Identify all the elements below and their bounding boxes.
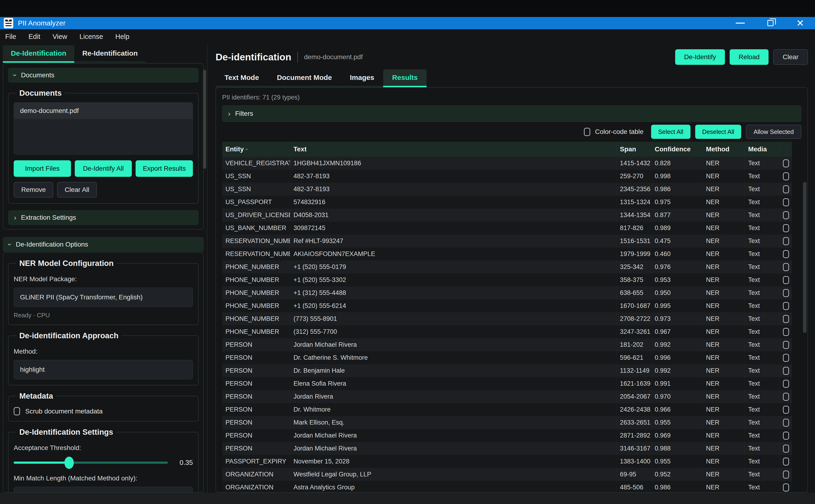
table-row[interactable]: PHONE_NUMBER(312) 555-77003247-32610.967… xyxy=(222,325,792,338)
table-row[interactable]: PERSONDr. Benjamin Hale1132-11490.992NER… xyxy=(222,364,792,377)
select-all-button[interactable]: Select All xyxy=(651,125,691,139)
row-checkbox[interactable] xyxy=(783,419,789,427)
tab-document-mode[interactable]: Document Mode xyxy=(268,69,341,87)
table-row[interactable]: US_DRIVER_LICENSED4058-20311344-13540.87… xyxy=(222,209,792,222)
sidebar-tab-de-identification[interactable]: De-Identification xyxy=(3,45,74,63)
table-row[interactable]: PERSONMark Ellison, Esq.2633-26510.955NE… xyxy=(222,416,792,429)
filters-header[interactable]: › Filters xyxy=(222,105,801,122)
minimize-icon[interactable] xyxy=(736,23,745,24)
row-checkbox[interactable] xyxy=(783,483,789,492)
clear-button[interactable]: Clear xyxy=(773,49,808,65)
menu-item-edit[interactable]: Edit xyxy=(29,33,40,41)
table-row[interactable]: PASSPORT_EXPIRYNovember 15, 20281383-140… xyxy=(222,455,792,468)
extraction-settings-header[interactable]: › Extraction Settings xyxy=(8,210,198,225)
row-checkbox[interactable] xyxy=(783,406,789,414)
restore-icon[interactable] xyxy=(767,20,774,26)
row-checkbox[interactable] xyxy=(783,471,789,479)
ner-model-select[interactable]: GLiNER PII (SpaCy Transformer, English) xyxy=(14,288,193,307)
export-results-button[interactable]: Export Results xyxy=(136,160,193,177)
row-checkbox[interactable] xyxy=(783,302,789,310)
sidebar-scrollbar[interactable] xyxy=(203,70,206,169)
row-checkbox[interactable] xyxy=(783,432,789,440)
row-checkbox[interactable] xyxy=(783,224,789,232)
row-checkbox[interactable] xyxy=(783,328,789,336)
table-row[interactable]: PERSONElena Sofia Rivera1621-16390.991NE… xyxy=(222,377,792,390)
column-header-confidence[interactable]: Confidence xyxy=(651,142,702,157)
column-header-entity[interactable]: Entity› xyxy=(222,142,290,157)
menu-item-license[interactable]: License xyxy=(79,33,103,41)
reload-button[interactable]: Reload xyxy=(730,49,769,65)
table-row[interactable]: PERSONDr. Catherine S. Whitmore596-6210.… xyxy=(222,351,792,364)
row-checkbox[interactable] xyxy=(783,315,789,323)
sort-chevron-icon: › xyxy=(244,149,250,150)
row-checkbox[interactable] xyxy=(783,185,789,193)
table-row[interactable]: PHONE_NUMBER(773) 555-89012708-27220.973… xyxy=(222,312,792,325)
table-row[interactable]: PERSONDr. Whitmore2426-24380.966NERText xyxy=(222,403,792,416)
row-checkbox[interactable] xyxy=(783,367,789,375)
deselect-all-button[interactable]: Deselect All xyxy=(695,125,741,139)
de-identify-all-button[interactable]: De-Identify All xyxy=(75,160,132,177)
row-checkbox[interactable] xyxy=(783,380,789,388)
threshold-slider[interactable] xyxy=(14,462,168,464)
column-header-media[interactable]: Media xyxy=(745,142,780,157)
row-checkbox[interactable] xyxy=(783,354,789,362)
table-scrollbar[interactable] xyxy=(803,182,807,333)
import-files-button[interactable]: Import Files xyxy=(14,160,71,177)
column-header-text[interactable]: Text xyxy=(290,142,617,157)
column-header-span[interactable]: Span xyxy=(617,142,651,157)
document-list-item[interactable]: demo-document.pdf xyxy=(14,103,193,119)
row-checkbox[interactable] xyxy=(783,250,789,258)
table-row[interactable]: ORGANIZATIONAstra Analytics Group485-506… xyxy=(222,481,792,492)
table-row[interactable]: PERSONJordan Michael Rivera2871-28920.96… xyxy=(222,429,792,442)
documents-collapse-header[interactable]: › Documents xyxy=(8,68,198,83)
row-checkbox[interactable] xyxy=(783,458,789,466)
colorcode-checkbox[interactable] xyxy=(584,128,590,136)
deid-options-header[interactable]: › De-Identification Options xyxy=(3,237,204,252)
close-icon[interactable]: ✕ xyxy=(796,18,804,28)
menu-item-view[interactable]: View xyxy=(53,33,67,41)
table-row[interactable]: US_BANK_NUMBER309872145817-8260.989NERTe… xyxy=(222,222,792,235)
de-identify-button[interactable]: De-Identify xyxy=(675,49,725,65)
menu-item-file[interactable]: File xyxy=(5,33,16,41)
remove-button[interactable]: Remove xyxy=(14,182,53,198)
row-checkbox[interactable] xyxy=(783,263,789,271)
column-header-method[interactable]: Method xyxy=(703,142,745,157)
table-row[interactable]: RESERVATION_NUMBERRef #HLT-9932471516-15… xyxy=(222,235,792,248)
row-checkbox[interactable] xyxy=(783,341,789,349)
min-match-input[interactable]: 3 xyxy=(14,487,193,493)
table-row[interactable]: PERSONJordan Michael Rivera181-2020.992N… xyxy=(222,338,792,351)
row-checkbox[interactable] xyxy=(783,393,789,401)
table-row[interactable]: PERSONJordan Michael Rivera3146-31670.98… xyxy=(222,442,792,455)
row-checkbox[interactable] xyxy=(783,172,789,180)
menu-item-help[interactable]: Help xyxy=(115,33,129,41)
row-checkbox[interactable] xyxy=(783,276,789,284)
method-select[interactable]: highlight xyxy=(14,360,193,379)
row-checkbox[interactable] xyxy=(783,198,789,206)
clear-all-button[interactable]: Clear All xyxy=(57,182,97,198)
threshold-slider-thumb[interactable] xyxy=(64,457,74,469)
table-row[interactable]: US_SSN482-37-81932345-23560.986NERText xyxy=(222,183,792,196)
table-row[interactable]: PHONE_NUMBER+1 (520) 555-3302358-3750.95… xyxy=(222,273,792,286)
row-checkbox[interactable] xyxy=(783,211,789,219)
table-row[interactable]: VEHICLE_REGISTRATION1HGBH41JXMN109186141… xyxy=(222,157,792,170)
table-row[interactable]: ORGANIZATIONWestfield Legal Group, LLP69… xyxy=(222,468,792,481)
tab-text-mode[interactable]: Text Mode xyxy=(215,69,268,87)
table-row[interactable]: PERSONJordan Rivera2054-20670.970NERText xyxy=(222,390,792,403)
tab-results[interactable]: Results xyxy=(383,69,427,87)
table-row[interactable]: PHONE_NUMBER+1 (520) 555-62141670-16870.… xyxy=(222,299,792,312)
scrub-metadata-checkbox[interactable] xyxy=(14,407,20,415)
document-list[interactable]: demo-document.pdf xyxy=(14,102,193,155)
table-row[interactable]: PHONE_NUMBER+1 (520) 555-0179325-3420.97… xyxy=(222,260,792,273)
row-checkbox[interactable] xyxy=(783,445,789,453)
row-checkbox[interactable] xyxy=(783,237,789,245)
allow-selected-button[interactable]: Allow Selected xyxy=(746,125,801,139)
tab-images[interactable]: Images xyxy=(341,69,383,87)
sidebar-tab-re-identification[interactable]: Re-Identification xyxy=(74,45,146,63)
row-checkbox[interactable] xyxy=(783,159,789,167)
table-row[interactable]: US_PASSPORT5748329161315-13240.975NERTex… xyxy=(222,196,792,209)
table-row[interactable]: PHONE_NUMBER+1 (312) 555-4488638-6550.95… xyxy=(222,286,792,299)
row-checkbox[interactable] xyxy=(783,289,789,297)
table-row[interactable]: US_SSN482-37-8193259-2700.998NERText xyxy=(222,170,792,183)
cell-method: NER xyxy=(703,196,745,209)
table-row[interactable]: RESERVATION_NUMBERAKIAIOSFODNN7EXAMPLE19… xyxy=(222,248,792,260)
